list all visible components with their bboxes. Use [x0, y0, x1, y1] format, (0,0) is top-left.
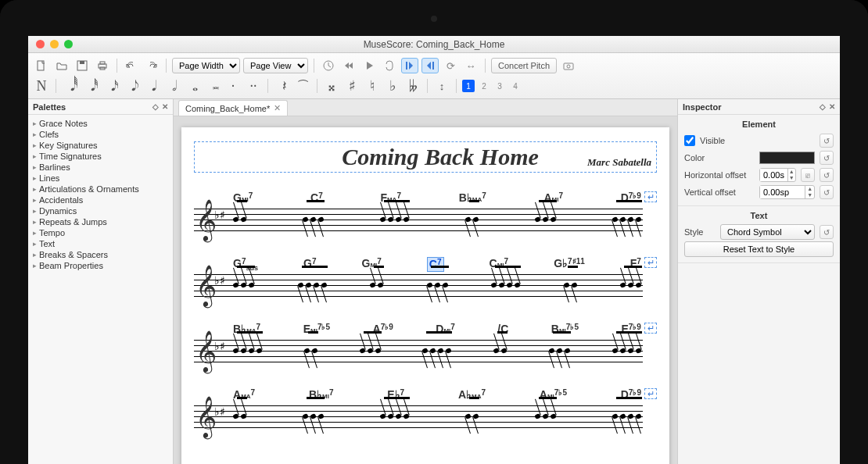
text-style-select[interactable]: Chord Symbol [720, 224, 815, 240]
note-head[interactable] [403, 413, 410, 419]
system-break-icon[interactable]: ↵ [644, 257, 657, 268]
composer-text[interactable]: Marc Sabatella [587, 156, 651, 169]
note-head[interactable] [627, 282, 634, 288]
note-head[interactable] [310, 216, 317, 223]
note-head[interactable] [556, 348, 563, 354]
tab-coming-back-home[interactable]: Coming_Back_Home* ✕ [178, 100, 288, 116]
note-head[interactable] [635, 413, 642, 419]
note-group[interactable] [535, 217, 556, 222]
note-head[interactable] [367, 348, 374, 354]
note-head[interactable] [534, 216, 541, 223]
loop-out-button[interactable] [421, 58, 439, 73]
note-group[interactable] [493, 348, 507, 353]
note-head[interactable] [248, 348, 255, 354]
treble-clef-icon[interactable]: 𝄞 [195, 265, 217, 307]
note-head[interactable] [232, 413, 239, 419]
reset-style-button[interactable]: ↺ [820, 225, 834, 239]
note-input-button[interactable]: N [33, 78, 50, 94]
note-head[interactable] [379, 216, 386, 223]
note-head[interactable] [548, 348, 555, 354]
note-head[interactable] [464, 413, 472, 419]
palettes-undock-icon[interactable]: ◇ [152, 102, 159, 111]
note-head[interactable] [619, 413, 626, 419]
note-head[interactable] [311, 348, 318, 354]
note-group[interactable] [465, 217, 479, 222]
note-head[interactable] [240, 348, 247, 354]
note-head[interactable] [302, 413, 309, 419]
duration-breve-button[interactable]: 𝅜 [204, 78, 221, 94]
natural-button[interactable]: ♮ [364, 78, 381, 94]
note-head[interactable] [430, 348, 437, 354]
note-group[interactable] [612, 414, 641, 419]
metronome-button[interactable] [320, 58, 337, 73]
note-group[interactable] [620, 283, 641, 287]
note-head[interactable] [498, 282, 505, 288]
note-group[interactable] [465, 414, 479, 419]
rewind-button[interactable] [340, 58, 357, 73]
zoom-select[interactable]: Page Width [172, 58, 240, 73]
rest-button[interactable]: 𝄽 [274, 78, 291, 94]
note-head[interactable] [232, 348, 239, 354]
system-break-icon[interactable]: ↵ [644, 191, 657, 202]
palette-item[interactable]: ▸Lines [30, 173, 171, 184]
note-group[interactable] [380, 217, 409, 222]
note-head[interactable] [619, 216, 626, 223]
note-group[interactable] [303, 414, 324, 419]
note-head[interactable] [627, 348, 634, 354]
note-group[interactable] [303, 217, 324, 222]
duration-8th-button[interactable]: 𝅘𝅥𝅮 [123, 78, 140, 94]
palette-item[interactable]: ▸Breaks & Spacers [30, 249, 171, 260]
duration-half-button[interactable]: 𝅗𝅥 [163, 78, 181, 94]
double-flat-button[interactable]: 𝄫 [404, 78, 421, 94]
loop-in-button[interactable] [401, 58, 418, 73]
reset-voffset-button[interactable]: ↺ [820, 185, 834, 199]
note-group[interactable] [304, 348, 317, 353]
note-head[interactable] [375, 348, 382, 354]
note-head[interactable] [472, 413, 479, 419]
duration-32nd-button[interactable]: 𝅘𝅥𝅰 [82, 78, 99, 94]
palette-item[interactable]: ▸Barlines [30, 162, 171, 173]
note-head[interactable] [387, 413, 394, 419]
note-head[interactable] [493, 348, 500, 354]
note-head[interactable] [627, 216, 634, 223]
inspector-undock-icon[interactable]: ◇ [820, 102, 826, 111]
pan-button[interactable]: ↔ [462, 58, 479, 73]
note-head[interactable] [377, 282, 384, 288]
note-head[interactable] [619, 282, 626, 288]
inspector-close-icon[interactable]: ✕ [829, 102, 835, 111]
key-signature[interactable]: ♭♯ [214, 209, 225, 221]
play-button[interactable] [360, 58, 378, 73]
treble-clef-icon[interactable]: 𝄞 [195, 330, 217, 373]
note-head[interactable] [464, 216, 472, 223]
double-sharp-button[interactable]: 𝄪 [323, 78, 340, 94]
concert-pitch-button[interactable]: Concert Pitch [491, 58, 557, 73]
note-head[interactable] [434, 282, 441, 288]
note-group[interactable] [612, 348, 641, 353]
note-head[interactable] [571, 282, 578, 288]
note-head[interactable] [514, 282, 521, 288]
note-head[interactable] [395, 216, 402, 223]
visible-checkbox[interactable] [684, 135, 695, 146]
palette-item[interactable]: ▸Beam Properties [30, 260, 171, 271]
treble-clef-icon[interactable]: 𝄞 [195, 199, 217, 241]
voice-1-button[interactable]: 1 [462, 80, 475, 92]
note-head[interactable] [422, 348, 429, 354]
note-group[interactable] [564, 283, 577, 287]
note-head[interactable] [612, 413, 619, 419]
note-head[interactable] [387, 216, 394, 223]
palette-item[interactable]: ▸Time Signatures [30, 151, 171, 162]
voice-4-button[interactable]: 4 [509, 80, 522, 92]
note-group[interactable] [535, 414, 556, 419]
note-group[interactable] [427, 283, 448, 287]
note-head[interactable] [635, 216, 642, 223]
note-head[interactable] [627, 413, 634, 419]
palette-item[interactable]: ▸Dynamics [30, 205, 171, 216]
note-head[interactable] [321, 282, 328, 288]
palette-item[interactable]: ▸Repeats & Jumps [30, 216, 171, 227]
print-button[interactable] [94, 58, 111, 73]
score-viewport[interactable]: Coming Back Home Marc Sabatella 𝄞♭♯Gmi7C… [174, 116, 677, 464]
note-head[interactable] [426, 282, 433, 288]
note-group[interactable] [491, 283, 520, 287]
score-title[interactable]: Coming Back Home [293, 145, 587, 169]
note-head[interactable] [563, 282, 570, 288]
